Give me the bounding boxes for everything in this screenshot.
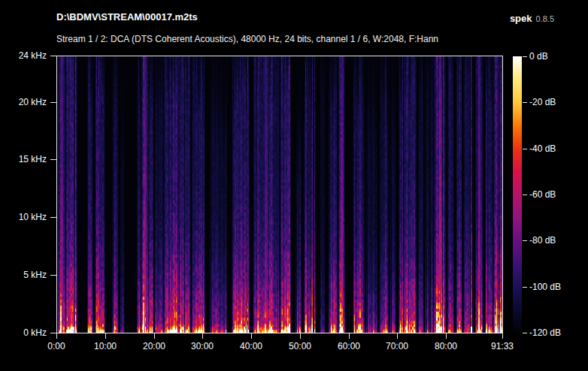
time-tick [502, 333, 503, 339]
time-tick-label: 70:00 [386, 341, 408, 351]
time-tick-label: 50:00 [289, 341, 311, 351]
db-tick [523, 149, 527, 149]
frequency-tick-label: 20 kHz [0, 96, 47, 108]
time-tick [154, 333, 155, 339]
legend-colorbar [513, 56, 522, 333]
frequency-tick [50, 159, 56, 160]
time-tick [446, 333, 447, 339]
spectrogram-canvas [57, 56, 502, 333]
db-tick [523, 287, 527, 288]
time-tick [105, 333, 106, 339]
time-tick [397, 333, 398, 339]
frequency-tick-label: 15 kHz [0, 153, 47, 165]
frequency-tick [50, 56, 56, 56]
db-tick-label: -80 dB [529, 234, 556, 246]
db-tick [523, 240, 527, 241]
time-tick [349, 333, 350, 339]
db-tick-label: 0 dB [529, 50, 548, 62]
time-tick [300, 333, 301, 339]
db-tick-label: -60 dB [529, 189, 556, 201]
spectrogram-plot [56, 56, 503, 333]
db-tick-label: -100 dB [529, 281, 561, 293]
time-tick [202, 333, 203, 339]
time-tick-label: 60:00 [338, 341, 360, 351]
frequency-tick [50, 217, 56, 218]
db-tick [523, 195, 527, 195]
frequency-tick [50, 102, 56, 103]
frequency-tick [50, 333, 56, 333]
time-tick-label: 20:00 [143, 341, 165, 351]
db-tick-label: -40 dB [529, 143, 556, 155]
frequency-tick [50, 275, 56, 276]
db-tick-label: -120 dB [529, 327, 561, 339]
time-tick-label: 80:00 [435, 341, 457, 351]
time-tick-label: 30:00 [191, 341, 214, 351]
time-tick [251, 333, 252, 339]
db-tick [523, 56, 527, 57]
time-tick-label: 10:00 [94, 341, 117, 351]
app-name: spek [510, 13, 532, 24]
db-tick-label: -20 dB [529, 96, 556, 108]
time-tick [56, 333, 57, 339]
file-path-title: D:\BDMV\STREAM\00017.m2ts [56, 11, 198, 23]
db-tick [523, 102, 527, 103]
stream-info: Stream 1 / 2: DCA (DTS Coherent Acoustic… [56, 34, 438, 44]
time-tick-label: 91:33 [491, 341, 514, 351]
app-version: 0.8.5 [536, 14, 554, 23]
frequency-tick-label: 24 kHz [0, 50, 47, 62]
frequency-tick-label: 10 kHz [0, 211, 47, 223]
frequency-tick-label: 0 kHz [0, 327, 47, 339]
app-brand: spek0.8.5 [510, 11, 554, 25]
time-tick-label: 40:00 [240, 341, 262, 351]
time-tick-label: 0:00 [47, 341, 65, 351]
frequency-tick-label: 5 kHz [0, 269, 47, 281]
db-tick [523, 333, 527, 333]
